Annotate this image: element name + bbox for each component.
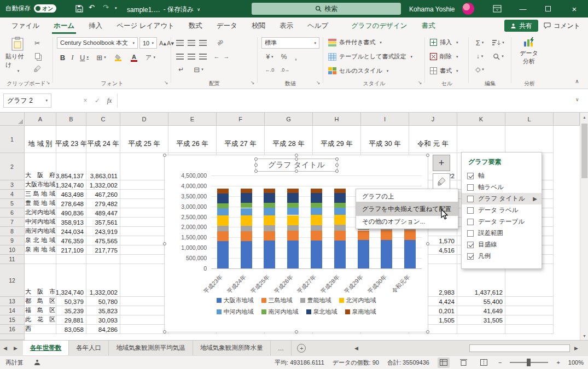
- chart-element-checkbox[interactable]: [467, 253, 474, 260]
- cell-D11[interactable]: [120, 255, 168, 264]
- align-top-button[interactable]: [175, 38, 185, 47]
- legend-item-南河内地域[interactable]: 南河内地域: [261, 308, 299, 316]
- sheet-tab-各年世帯数[interactable]: 各年世帯数: [23, 341, 69, 355]
- cell-K14[interactable]: 41,649: [457, 306, 505, 315]
- x-axis-tick-label[interactable]: 平成24年: [226, 273, 248, 295]
- x-axis-tick-label[interactable]: 平成28年: [319, 273, 341, 295]
- grow-font-button[interactable]: A▴: [159, 38, 167, 48]
- maximize-button[interactable]: [535, 0, 561, 17]
- x-axis-tick-label[interactable]: 平成30年: [366, 273, 388, 295]
- y-axis-tick-label[interactable]: 1,500,000: [181, 234, 207, 241]
- scroll-down-button[interactable]: ▼: [580, 331, 588, 340]
- zoom-out-button[interactable]: −: [498, 359, 502, 366]
- cell-B15[interactable]: 29,881: [56, 315, 86, 325]
- accessibility-icon[interactable]: [34, 359, 40, 367]
- cell-B14[interactable]: 35,239: [56, 306, 86, 315]
- cell-A8[interactable]: 南河内地域: [25, 227, 56, 236]
- cell-C11[interactable]: [86, 255, 120, 264]
- currency-format-button[interactable]: ¥▾: [263, 52, 277, 62]
- chart-element-item-誤差範囲[interactable]: 誤差範囲: [462, 227, 542, 239]
- bar-segment-泉南地域[interactable]: [241, 189, 252, 193]
- row-header-7[interactable]: 7: [0, 218, 25, 227]
- chart-element-checkbox[interactable]: [467, 184, 474, 191]
- title-selection-handle[interactable]: [254, 169, 258, 173]
- cell-A9[interactable]: 泉北地域: [25, 236, 56, 245]
- cell-B7[interactable]: 358,913: [56, 218, 86, 227]
- ribbon-tab-校閲[interactable]: 校閲: [244, 17, 272, 34]
- row-header-12[interactable]: 12: [0, 264, 25, 297]
- chart-element-item-データ ラベル[interactable]: データ ラベル: [462, 204, 542, 216]
- cell-L16[interactable]: [505, 325, 554, 334]
- column-header-H[interactable]: H: [313, 113, 361, 126]
- cell-C7[interactable]: 357,561: [86, 218, 120, 227]
- cell-C3[interactable]: 1,332,002: [86, 180, 120, 190]
- y-axis-tick-label[interactable]: 3,000,000: [181, 203, 207, 210]
- cell-A15[interactable]: 此 花 区: [25, 315, 56, 325]
- cell-D3[interactable]: [120, 180, 168, 190]
- bar-segment-南河内地域[interactable]: [334, 203, 346, 208]
- bar-segment-南河内地域[interactable]: [311, 203, 322, 208]
- vertical-scroll-thumb[interactable]: [581, 124, 587, 178]
- cell-K12[interactable]: 1,437,612: [457, 264, 505, 297]
- cell-K15[interactable]: 31,505: [457, 315, 505, 325]
- format-as-table-button[interactable]: テーブルとして書式設定▾: [328, 52, 412, 61]
- x-axis-tick-label[interactable]: 平成25年: [249, 273, 271, 295]
- row-header-15[interactable]: 15: [0, 315, 25, 325]
- cell-B9[interactable]: 476,359: [56, 236, 86, 245]
- chart-element-checkbox[interactable]: [467, 173, 474, 179]
- scroll-up-button[interactable]: ▲: [580, 113, 588, 121]
- title-selection-handle[interactable]: [335, 163, 339, 167]
- bar-segment-中河内地域[interactable]: [241, 208, 252, 216]
- cell-B4[interactable]: 463,498: [56, 190, 86, 199]
- row-header-8[interactable]: 8: [0, 227, 25, 236]
- cell-F1[interactable]: 平成 27 年: [217, 126, 265, 153]
- collapse-ribbon-button[interactable]: ∧: [572, 77, 582, 85]
- bar-segment-泉南地域[interactable]: [264, 189, 275, 193]
- chart-title[interactable]: グラフ タイトル: [268, 160, 325, 170]
- row-header-11[interactable]: 11: [0, 255, 25, 264]
- ribbon-tab-数式[interactable]: 数式: [182, 17, 209, 34]
- y-axis-tick-label[interactable]: 0: [203, 265, 207, 272]
- cell-C16[interactable]: 84,286: [86, 325, 120, 334]
- y-axis-tick-label[interactable]: 4,000,000: [181, 183, 207, 189]
- cell-A6[interactable]: 北河内地域: [25, 208, 56, 218]
- ribbon-tab-表示[interactable]: 表示: [272, 17, 300, 34]
- quick-access-caret-icon[interactable]: ▾: [115, 6, 117, 10]
- ribbon-tab-データ[interactable]: データ: [209, 17, 244, 34]
- bar-segment-三島地域[interactable]: [217, 231, 229, 241]
- redo-button[interactable]: ↷: [103, 4, 109, 11]
- bar-segment-大阪市地域[interactable]: [217, 241, 229, 268]
- cell-B13[interactable]: 50,379: [56, 297, 86, 306]
- bar-segment-豊能地域[interactable]: [287, 225, 299, 231]
- sheet-tab-地域気象観測所降水量[interactable]: 地域気象観測所降水量: [193, 341, 271, 355]
- cell-L1[interactable]: [505, 126, 554, 153]
- y-axis-tick-label[interactable]: 500,000: [186, 255, 207, 261]
- underline-button[interactable]: U▾: [78, 52, 91, 63]
- cell-C14[interactable]: 35,823: [86, 306, 120, 315]
- bar-segment-北河内地域[interactable]: [311, 215, 322, 225]
- cell-B1[interactable]: 平成 23 年: [56, 126, 86, 153]
- cell-B6[interactable]: 490,836: [56, 208, 86, 218]
- undo-button[interactable]: ↶: [89, 4, 95, 11]
- bar-segment-泉北地域[interactable]: [287, 193, 299, 203]
- bar-segment-三島地域[interactable]: [358, 231, 369, 241]
- autosum-button[interactable]: Σ▾: [473, 38, 487, 47]
- number-dialog-launcher[interactable]: ↘: [316, 80, 321, 85]
- row-header-6[interactable]: 6: [0, 208, 25, 218]
- cell-A11[interactable]: [25, 255, 56, 264]
- bar-segment-北河内地域[interactable]: [334, 215, 346, 225]
- submenu-item[interactable]: グラフの上: [356, 191, 458, 202]
- cell-H1[interactable]: 平成 29 年: [313, 126, 361, 153]
- x-axis-tick-label[interactable]: 平成26年: [272, 273, 294, 295]
- bar-segment-大阪市地域[interactable]: [311, 241, 322, 268]
- cell-B10[interactable]: 217,109: [56, 245, 86, 255]
- x-axis-tick-label[interactable]: 平成29年: [343, 273, 365, 295]
- cut-button[interactable]: ✂: [32, 38, 43, 48]
- ribbon-tab-書式[interactable]: 書式: [415, 17, 443, 34]
- cell-L12[interactable]: [505, 264, 554, 297]
- chart-element-item-グラフ タイトル[interactable]: グラフ タイトル▶: [462, 193, 542, 204]
- bar-segment-大阪市地域[interactable]: [241, 241, 252, 268]
- cell-A5[interactable]: 豊能地域: [25, 199, 56, 208]
- sheet-tab-next-button[interactable]: ▶: [10, 341, 21, 355]
- x-axis-tick-label[interactable]: 平成23年: [202, 273, 224, 295]
